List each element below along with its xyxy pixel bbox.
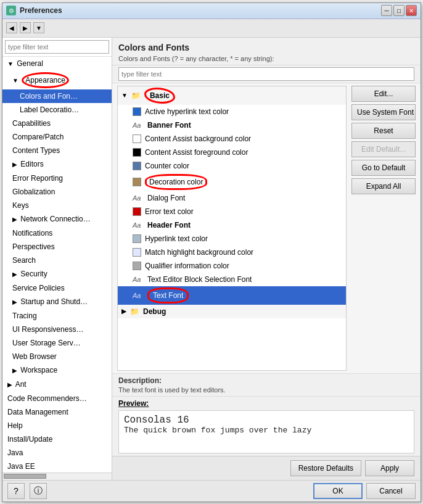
description-label: Description:: [118, 376, 414, 385]
go-to-default-button[interactable]: Go to Default: [351, 160, 416, 176]
list-item-counter-color[interactable]: Counter color: [118, 159, 346, 173]
color-swatch: [133, 262, 141, 270]
info-button[interactable]: ⓘ: [30, 483, 47, 499]
sidebar-item-java[interactable]: Java: [2, 446, 112, 460]
nav-fwd-button[interactable]: ▶: [20, 22, 31, 33]
sidebar-item-user-storage[interactable]: User Storage Serv…: [2, 336, 112, 350]
sidebar-item-notifications[interactable]: Notifications: [2, 226, 112, 240]
maximize-button[interactable]: □: [393, 5, 405, 16]
font-icon: Aa: [133, 192, 144, 204]
preferences-window: ⚙ Preferences ─ □ ✕ ◀ ▶ ▼ ▼ General: [2, 2, 421, 502]
cancel-button[interactable]: Cancel: [366, 483, 416, 499]
font-icon: Aa: [133, 290, 144, 301]
sidebar-item-data-management[interactable]: Data Management: [2, 405, 112, 419]
sidebar-item-compare-patch[interactable]: Compare/Patch: [2, 130, 112, 144]
item-label: Active hyperlink text color: [145, 106, 229, 117]
sidebar-item-content-types[interactable]: Content Types: [2, 144, 112, 157]
expand-all-button[interactable]: Expand All: [351, 178, 416, 194]
item-label: Counter color: [145, 160, 189, 171]
ok-button[interactable]: OK: [313, 483, 363, 499]
sidebar-item-ui-responsiveness[interactable]: UI Responsiveness…: [2, 323, 112, 336]
reset-button[interactable]: Reset: [351, 123, 416, 139]
font-list-area: ▼ 📁 Basic Active hyperlink text color Aa…: [112, 83, 421, 373]
preview-text-line2: The quick brown fox jumps over the lazy: [124, 426, 409, 435]
edit-default-button[interactable]: Edit Default...: [351, 141, 416, 157]
sidebar-item-web-browser[interactable]: Web Browser: [2, 350, 112, 363]
expand-icon: ▼: [121, 90, 128, 101]
sidebar-item-keys[interactable]: Keys: [2, 199, 112, 212]
list-item-content-assist-bg[interactable]: Content Assist background color: [118, 132, 346, 146]
tree-search-input[interactable]: [5, 40, 109, 54]
item-label: Header Font: [147, 220, 191, 231]
list-item-banner-font[interactable]: Aa Banner Font: [118, 118, 346, 132]
search-box: [2, 38, 112, 57]
item-label: Error text color: [145, 206, 194, 217]
list-item-match-highlight[interactable]: Match highlight background color: [118, 246, 346, 259]
sidebar-item-security[interactable]: ▶ Security: [2, 267, 112, 281]
font-search-input[interactable]: [118, 67, 414, 81]
sidebar-item-java-ee[interactable]: Java EE: [2, 460, 112, 473]
restore-defaults-button[interactable]: Restore Defaults: [290, 460, 361, 476]
sidebar-item-tracing[interactable]: Tracing: [2, 309, 112, 323]
right-action-buttons: Edit... Use System Font Reset Edit Defau…: [347, 83, 421, 373]
list-item-dialog-font[interactable]: Aa Dialog Font: [118, 191, 346, 205]
list-item-qualifier-info[interactable]: Qualifier information color: [118, 259, 346, 273]
sidebar-item-appearance[interactable]: ▼ Appearance: [2, 71, 112, 89]
item-label: Text Editor Block Selection Font: [147, 274, 252, 285]
help-button[interactable]: ?: [7, 483, 25, 499]
category-basic[interactable]: ▼ 📁 Basic: [118, 86, 346, 105]
sidebar-item-colors-and-fonts[interactable]: Colors and Fon…: [2, 89, 112, 103]
sidebar-item-error-reporting[interactable]: Error Reporting: [2, 171, 112, 185]
list-item-header-font[interactable]: Aa Header Font: [118, 218, 346, 232]
basic-label: Basic: [144, 88, 175, 104]
list-item-text-editor-block[interactable]: Aa Text Editor Block Selection Font: [118, 273, 346, 286]
nav-dropdown-button[interactable]: ▼: [33, 22, 44, 33]
sidebar-item-search[interactable]: Search: [2, 254, 112, 267]
left-scrollbar[interactable]: [2, 473, 112, 480]
font-list: ▼ 📁 Basic Active hyperlink text color Aa…: [117, 86, 347, 371]
sidebar-item-startup[interactable]: ▶ Startup and Shutd…: [2, 295, 112, 309]
color-swatch: [133, 178, 141, 186]
minimize-button[interactable]: ─: [381, 5, 392, 16]
sidebar-item-capabilities[interactable]: Capabilities: [2, 117, 112, 130]
apply-button[interactable]: Apply: [365, 460, 414, 476]
item-label: Hyperlink text color: [145, 233, 208, 244]
list-item-active-hyperlink[interactable]: Active hyperlink text color: [118, 105, 346, 118]
list-item-content-assist-fg[interactable]: Content Assist foreground color: [118, 146, 346, 159]
font-icon: Aa: [133, 120, 144, 131]
category-debug[interactable]: ▶ 📁 Debug: [118, 305, 346, 318]
folder-icon: 📁: [130, 306, 139, 317]
color-swatch: [133, 148, 141, 157]
window-controls: ─ □ ✕: [381, 5, 417, 16]
sidebar-item-help[interactable]: Help: [2, 419, 112, 432]
close-button[interactable]: ✕: [406, 5, 417, 16]
sidebar-item-perspectives[interactable]: Perspectives: [2, 240, 112, 254]
item-label: Dialog Font: [147, 192, 185, 204]
use-system-font-button[interactable]: Use System Font: [351, 104, 416, 120]
window-title: Preferences: [20, 6, 381, 15]
sidebar-item-workspace[interactable]: ▶ Workspace: [2, 363, 112, 378]
right-toolbar: [112, 65, 421, 83]
list-item-text-font[interactable]: Aa Text Font: [118, 286, 346, 305]
ok-cancel-buttons: OK Cancel: [313, 483, 416, 499]
list-item-hyperlink-color[interactable]: Hyperlink text color: [118, 232, 346, 246]
edit-button[interactable]: Edit...: [351, 86, 416, 102]
list-item-error-text-color[interactable]: Error text color: [118, 205, 346, 218]
sidebar-item-code-recommenders[interactable]: Code Recommenders…: [2, 392, 112, 405]
sidebar-item-ant[interactable]: ▶ Ant: [2, 378, 112, 392]
sidebar-item-general[interactable]: ▼ General: [2, 57, 112, 71]
color-swatch: [133, 248, 141, 257]
list-item-decoration-color[interactable]: Decoration color: [118, 173, 346, 191]
nav-back-button[interactable]: ◀: [6, 22, 17, 33]
sidebar-item-install-update[interactable]: Install/Update: [2, 432, 112, 446]
sidebar-item-network-connections[interactable]: ▶ Network Connectio…: [2, 212, 112, 226]
preview-text-line1: Consolas 16: [124, 415, 409, 426]
sidebar-item-service-policies[interactable]: Service Policies: [2, 281, 112, 295]
top-toolbar: ◀ ▶ ▼: [2, 19, 421, 38]
item-label: Content Assist background color: [145, 133, 251, 144]
font-icon: Aa: [133, 274, 144, 285]
sidebar-item-editors[interactable]: ▶ Editors: [2, 157, 112, 171]
sidebar-item-label-decorations[interactable]: Label Decoratio…: [2, 103, 112, 117]
description-area: Description: The text font is used by te…: [112, 373, 421, 396]
sidebar-item-globalization[interactable]: Globalization: [2, 185, 112, 199]
